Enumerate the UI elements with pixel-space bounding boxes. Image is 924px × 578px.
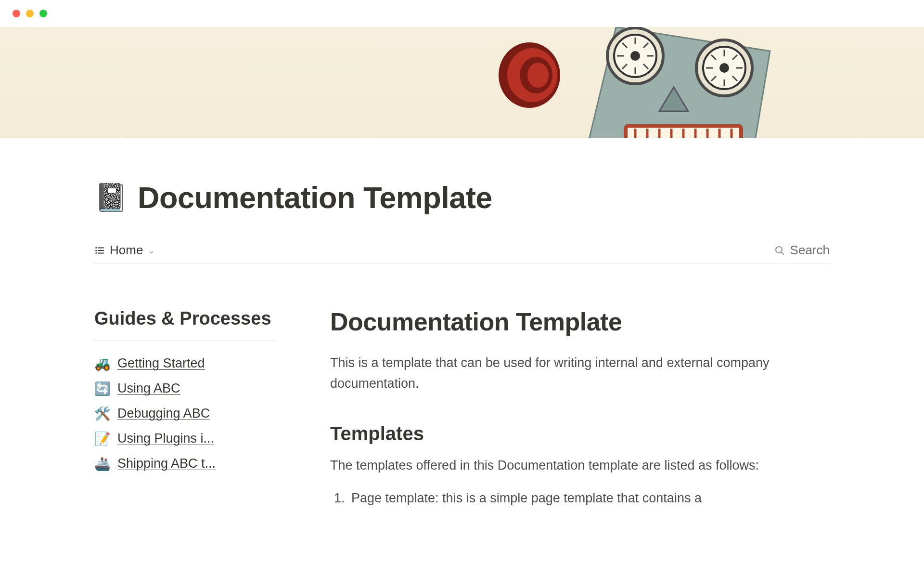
maximize-window-button[interactable] [39, 10, 47, 17]
sidebar-item-shipping-abc[interactable]: 🚢 Shipping ABC t... [94, 451, 277, 476]
refresh-icon: 🔄 [94, 381, 111, 396]
sidebar: Guides & Processes 🚜 Getting Started 🔄 U… [94, 307, 277, 509]
page-title: Documentation Template [138, 180, 492, 215]
sidebar-item-getting-started[interactable]: 🚜 Getting Started [94, 351, 277, 376]
main-content: Documentation Template This is a templat… [330, 307, 830, 509]
svg-line-45 [781, 252, 783, 254]
ship-icon: 🚢 [94, 456, 111, 472]
sidebar-heading: Guides & Processes [94, 307, 277, 341]
content-ordered-list: Page template: this is a simple page tem… [348, 488, 782, 509]
chevron-down-icon[interactable]: ⌄ [148, 245, 155, 256]
svg-point-11 [630, 51, 640, 61]
svg-point-37 [527, 63, 549, 88]
minimize-window-button[interactable] [26, 10, 34, 17]
close-window-button[interactable] [13, 10, 20, 17]
sidebar-item-label: Using ABC [117, 381, 180, 396]
sidebar-item-label: Shipping ABC t... [117, 456, 216, 471]
sidebar-item-label: Getting Started [117, 356, 205, 371]
tractor-icon: 🚜 [94, 356, 111, 371]
list-icon [94, 245, 105, 256]
content-title: Documentation Template [330, 307, 830, 336]
sidebar-item-label: Using Plugins i... [117, 431, 214, 446]
sidebar-item-using-abc[interactable]: 🔄 Using ABC [94, 376, 277, 401]
sidebar-item-label: Debugging ABC [117, 406, 210, 421]
content-intro: This is a template that can be used for … [330, 353, 792, 394]
window-titlebar [0, 0, 924, 27]
sidebar-item-using-plugins[interactable]: 📝 Using Plugins i... [94, 426, 277, 451]
tools-icon: 🛠️ [94, 406, 111, 421]
svg-point-38 [95, 247, 97, 249]
cover-image [0, 27, 924, 138]
content-body: The templates offered in this Documentat… [330, 455, 792, 476]
memo-icon: 📝 [94, 431, 111, 447]
page-icon[interactable]: 📓 [94, 184, 128, 211]
svg-point-22 [719, 63, 729, 73]
svg-point-40 [95, 250, 97, 251]
search-label: Search [790, 243, 830, 258]
view-toolbar: Home ⌄ Search [94, 243, 830, 264]
breadcrumb[interactable]: Home ⌄ [94, 243, 155, 258]
search-icon [774, 245, 785, 256]
content-subheading: Templates [330, 423, 830, 445]
svg-point-42 [95, 252, 97, 254]
sidebar-item-debugging-abc[interactable]: 🛠️ Debugging ABC [94, 401, 277, 426]
search-button[interactable]: Search [774, 243, 830, 258]
list-item: Page template: this is a simple page tem… [348, 488, 782, 509]
breadcrumb-label: Home [110, 243, 143, 258]
